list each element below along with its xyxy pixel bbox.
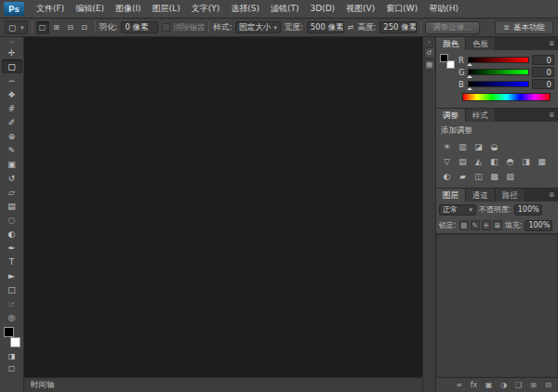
gradient-map-icon[interactable]: ▩	[486, 169, 502, 184]
panel-tab[interactable]: 颜色	[436, 37, 466, 50]
add-layer-mask-icon[interactable]: ▣	[483, 379, 495, 391]
vibrance-icon[interactable]: ▽	[439, 154, 455, 169]
rectangular-marquee-tool[interactable]: ▢	[2, 59, 22, 73]
hue-saturation-icon[interactable]: ▤	[455, 154, 471, 169]
history-panel-icon[interactable]: ↺	[424, 47, 435, 59]
gradient-tool[interactable]: ▤	[2, 199, 22, 213]
workspace-switcher-button[interactable]: ≣ 基本功能	[495, 20, 553, 34]
menu-item[interactable]: 文字(Y)	[186, 0, 226, 18]
lock-transparency-icon[interactable]: ▨	[459, 220, 469, 230]
clone-stamp-tool[interactable]: ▣	[2, 157, 22, 171]
eyedropper-tool[interactable]: ✐	[2, 115, 22, 129]
menu-item[interactable]: 选择(S)	[225, 0, 265, 18]
foreground-color-swatch[interactable]	[4, 327, 14, 337]
foreground-color-swatch[interactable]	[440, 54, 448, 62]
color-spectrum-ramp[interactable]	[462, 93, 551, 101]
levels-icon[interactable]: ▥	[455, 139, 471, 154]
zoom-tool[interactable]: ◎	[2, 310, 22, 324]
new-selection-icon[interactable]: ▢	[36, 21, 49, 34]
blend-mode-select[interactable]: 正常 ▾	[439, 204, 476, 216]
threshold-icon[interactable]: ◫	[471, 169, 486, 184]
menu-item[interactable]: 文件(F)	[31, 0, 70, 18]
menu-item[interactable]: 3D(D)	[304, 0, 340, 18]
channel-slider[interactable]	[468, 81, 529, 87]
panel-tab[interactable]: 样式	[466, 109, 496, 122]
channel-slider[interactable]	[468, 57, 529, 63]
expand-panels-icon[interactable]: «	[428, 37, 432, 46]
hand-tool[interactable]: ☞	[2, 296, 22, 310]
properties-panel-icon[interactable]: ▤	[424, 59, 435, 71]
lasso-tool[interactable]: ∽	[2, 73, 22, 87]
eraser-tool[interactable]: ▱	[2, 185, 22, 199]
canvas-area[interactable]	[24, 37, 422, 377]
color-balance-icon[interactable]: ◭	[471, 154, 486, 169]
timeline-bar[interactable]: 时间轴	[24, 377, 422, 392]
black-white-icon[interactable]: ◧	[486, 154, 502, 169]
healing-brush-tool[interactable]: ⊕	[2, 129, 22, 143]
menu-item[interactable]: 图像(I)	[110, 0, 147, 18]
layer-effects-icon[interactable]: fx	[468, 379, 480, 391]
channel-value-input[interactable]: 0	[532, 67, 554, 77]
brightness-contrast-icon[interactable]: ☀	[439, 139, 455, 154]
brush-tool[interactable]: ✎	[2, 143, 22, 157]
new-adjustment-layer-icon[interactable]: ◑	[498, 379, 510, 391]
feather-input[interactable]: 0 像素	[121, 21, 158, 33]
menu-item[interactable]: 帮助(H)	[423, 0, 464, 18]
lock-all-icon[interactable]: ⊠	[493, 220, 502, 230]
move-tool[interactable]: ✛	[2, 46, 22, 59]
fill-input[interactable]: 100% ▾	[525, 220, 552, 231]
toolbar-collapse-icon[interactable]: »	[10, 37, 14, 46]
invert-icon[interactable]: ◐	[439, 169, 455, 184]
channel-value-input[interactable]: 0	[532, 79, 554, 89]
style-select[interactable]: 固定大小 ▾	[235, 21, 281, 33]
quick-mask-button[interactable]: ◨	[2, 350, 22, 362]
panel-tab[interactable]: 路径	[496, 189, 525, 202]
menu-item[interactable]: 滤镜(T)	[265, 0, 305, 18]
channel-mixer-icon[interactable]: ◨	[518, 154, 534, 169]
intersect-selection-icon[interactable]: ⊡	[78, 21, 91, 34]
dodge-tool[interactable]: ◐	[2, 227, 22, 241]
refine-edge-button[interactable]: 调整边缘…	[425, 21, 480, 34]
subtract-from-selection-icon[interactable]: ⊟	[64, 21, 77, 34]
background-color-swatch[interactable]	[10, 337, 20, 347]
swap-width-height-icon[interactable]: ⇄	[348, 23, 354, 32]
path-selection-tool[interactable]: ►	[2, 268, 22, 282]
panel-tab[interactable]: 通道	[466, 189, 496, 202]
quick-selection-tool[interactable]: ❖	[2, 87, 22, 101]
add-to-selection-icon[interactable]: ⊞	[50, 21, 63, 34]
panel-tab[interactable]: 色板	[466, 37, 496, 50]
menu-item[interactable]: 视图(V)	[340, 0, 380, 18]
color-panel-swatches[interactable]	[440, 54, 455, 69]
opacity-input[interactable]: 100% ▾	[514, 204, 542, 216]
width-input[interactable]: 500 像素	[307, 21, 344, 33]
antialias-checkbox[interactable]: 消除锯齿	[162, 22, 205, 33]
selective-color-icon[interactable]: ▨	[502, 169, 518, 184]
photo-filter-icon[interactable]: ◓	[502, 154, 518, 169]
panel-tab[interactable]: 图层	[436, 189, 466, 202]
exposure-icon[interactable]: ◒	[486, 139, 502, 154]
history-brush-tool[interactable]: ↺	[2, 171, 22, 185]
color-lookup-icon[interactable]: ▦	[534, 154, 550, 169]
curves-icon[interactable]: ◪	[471, 139, 486, 154]
link-layers-icon[interactable]: ∞	[453, 379, 465, 391]
panel-tab[interactable]: 调整	[436, 109, 466, 122]
lock-position-icon[interactable]: ✛	[482, 220, 491, 230]
crop-tool[interactable]: #	[2, 101, 22, 115]
type-tool[interactable]: T	[2, 255, 22, 268]
screen-mode-button[interactable]: ▢	[2, 362, 22, 374]
shape-tool[interactable]: □	[2, 282, 22, 296]
height-input[interactable]: 250 像素	[379, 21, 417, 33]
lock-pixels-icon[interactable]: ✎	[471, 220, 480, 230]
menu-item[interactable]: 编辑(E)	[70, 0, 110, 18]
tool-preset-button[interactable]: ▢ ▾	[5, 20, 28, 34]
panel-menu-icon[interactable]: ≣	[545, 37, 558, 50]
delete-layer-icon[interactable]: ⊟	[542, 379, 554, 391]
menu-item[interactable]: 窗口(W)	[380, 0, 423, 18]
channel-slider[interactable]	[468, 69, 529, 75]
posterize-icon[interactable]: ▰	[455, 169, 471, 184]
menu-item[interactable]: 图层(L)	[147, 0, 186, 18]
channel-value-input[interactable]: 0	[532, 55, 554, 65]
blur-tool[interactable]: ◌	[2, 213, 22, 227]
new-layer-icon[interactable]: ⊞	[527, 379, 539, 391]
panel-menu-icon[interactable]: ≣	[545, 109, 558, 122]
